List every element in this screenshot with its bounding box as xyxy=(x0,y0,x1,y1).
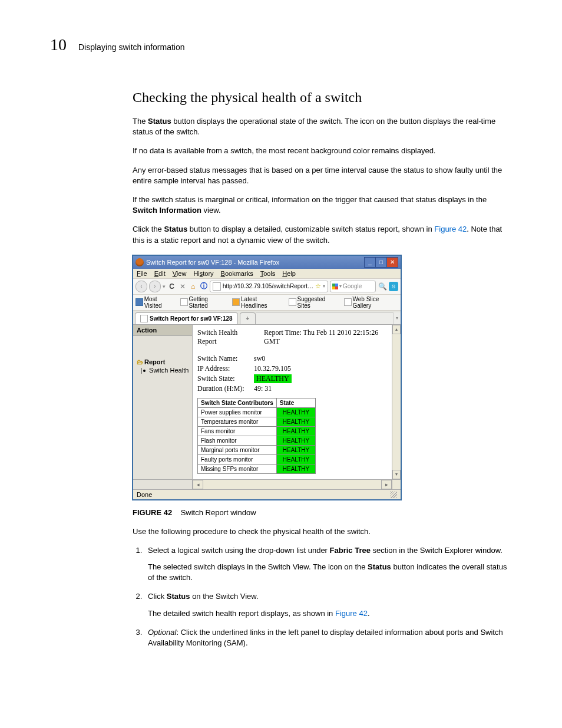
active-tab[interactable]: Switch Report for sw0 VF:128 xyxy=(135,312,238,324)
bookmark-getting-started[interactable]: Getting Started xyxy=(180,296,227,309)
paragraph: Any error-based status messages that is … xyxy=(133,165,512,186)
addon-icon[interactable]: S xyxy=(389,282,398,291)
paragraph: If the switch status is marginal or crit… xyxy=(133,195,512,216)
bookmark-latest-headlines[interactable]: Latest Headlines xyxy=(232,296,284,309)
table-row: Power supplies monitorHEALTHY xyxy=(198,407,316,417)
back-button[interactable]: ‹ xyxy=(135,281,147,292)
table-header-contributors: Switch State Contributors xyxy=(198,398,277,407)
close-button[interactable]: ✕ xyxy=(387,257,398,268)
paragraph: Click the Status button to display a det… xyxy=(133,224,512,245)
info-icon[interactable]: ⓘ xyxy=(199,282,208,291)
sidebar-item-report[interactable]: 🗁Report xyxy=(137,358,190,365)
section-breadcrumb: Displaying switch information xyxy=(78,42,185,52)
figure-link[interactable]: Figure 42 xyxy=(335,609,368,618)
horizontal-scrollbar[interactable]: ◂ ▸ xyxy=(193,479,392,489)
window-title: Switch Report for sw0 VF:128 - Mozilla F… xyxy=(146,259,364,266)
sidebar-item-switch-health[interactable]: Switch Health xyxy=(141,367,190,374)
menu-file[interactable]: File xyxy=(137,270,147,277)
scroll-up-icon[interactable]: ▴ xyxy=(392,325,401,334)
google-icon xyxy=(332,284,338,289)
status-text: Done xyxy=(137,491,152,498)
resize-grip-icon[interactable] xyxy=(390,491,397,498)
table-header-state: State xyxy=(276,398,315,407)
page-number: 10 xyxy=(50,35,67,54)
browser-window: Switch Report for sw0 VF:128 - Mozilla F… xyxy=(133,255,401,500)
bookmark-suggested-sites[interactable]: Suggested Sites xyxy=(289,296,339,309)
procedure-list: Select a logical switch using the drop-d… xyxy=(133,545,512,648)
table-row: Flash monitorHEALTHY xyxy=(198,436,316,445)
report-sidebar: Action 🗁Report Switch Health xyxy=(133,325,193,479)
bookmark-star-icon[interactable]: ☆ xyxy=(315,282,321,290)
figure-42: Switch Report for sw0 VF:128 - Mozilla F… xyxy=(133,255,512,500)
menu-edit[interactable]: Edit xyxy=(154,270,166,277)
table-row: Faulty ports monitorHEALTHY xyxy=(198,454,316,464)
report-title: Switch Health Report xyxy=(197,328,254,346)
report-time: Report Time: Thu Feb 11 2010 22:15:26 GM… xyxy=(264,328,387,346)
switch-name-value: sw0 xyxy=(254,354,265,363)
bookmark-most-visited[interactable]: Most Visited xyxy=(135,296,176,309)
bookmarks-toolbar: Most Visited Getting Started Latest Head… xyxy=(133,295,401,311)
status-bold: Status xyxy=(148,117,171,126)
statusbar: Done xyxy=(133,489,401,499)
bookmark-web-slice[interactable]: Web Slice Gallery xyxy=(344,296,398,309)
maximize-button[interactable]: □ xyxy=(376,257,387,268)
url-dropdown-icon[interactable]: ▾ xyxy=(323,284,325,289)
table-row: Marginal ports monitorHEALTHY xyxy=(198,445,316,454)
figure-caption: FIGURE 42 Switch Report window xyxy=(133,508,512,517)
procedure-step: Click Status on the Switch View. The det… xyxy=(144,591,512,618)
firefox-icon xyxy=(135,258,144,266)
ip-value: 10.32.79.105 xyxy=(254,364,291,373)
search-box[interactable]: ▾ Google xyxy=(330,281,376,292)
section-title: Checking the physical health of a switch xyxy=(133,90,512,106)
scroll-down-icon[interactable]: ▾ xyxy=(392,470,401,479)
paragraph: The Status button displays the operation… xyxy=(133,116,512,137)
contributors-table: Switch State Contributors State Power su… xyxy=(197,398,316,474)
url-bar[interactable]: http://10.32.79.105/switchReport.html?Av… xyxy=(210,281,328,292)
menubar: File Edit View History Bookmarks Tools H… xyxy=(133,269,401,279)
nav-dropdown-icon[interactable]: ▾ xyxy=(163,284,166,289)
menu-view[interactable]: View xyxy=(173,270,187,277)
paragraph: Use the following procedure to check the… xyxy=(133,526,512,537)
forward-button[interactable]: › xyxy=(149,281,161,292)
tab-favicon-icon xyxy=(140,315,148,322)
menu-help[interactable]: Help xyxy=(282,270,296,277)
scroll-left-icon[interactable]: ◂ xyxy=(193,480,203,489)
tab-strip: Switch Report for sw0 VF:128 + ▾ xyxy=(133,311,401,325)
procedure-step: Select a logical switch using the drop-d… xyxy=(144,545,512,584)
table-row: Temperatures monitorHEALTHY xyxy=(198,417,316,426)
procedure-step: Optional: Click the underlined links in … xyxy=(144,627,512,648)
reload-icon[interactable]: C xyxy=(167,282,176,291)
figure-link[interactable]: Figure 42 xyxy=(434,225,467,233)
table-row: Missing SFPs monitorHEALTHY xyxy=(198,464,316,473)
switch-state-value: HEALTHY xyxy=(254,374,292,383)
scroll-right-icon[interactable]: ▸ xyxy=(381,480,392,489)
menu-history[interactable]: History xyxy=(193,270,213,277)
paragraph: If no data is available from a switch, t… xyxy=(133,146,512,156)
folder-icon: 🗁 xyxy=(137,358,143,365)
page-header: 10 Displaying switch information xyxy=(50,35,512,54)
vertical-scrollbar[interactable]: ▴ ▾ xyxy=(392,325,401,479)
table-row: Fans monitorHEALTHY xyxy=(198,426,316,436)
menu-bookmarks[interactable]: Bookmarks xyxy=(221,270,253,277)
toolbar: ‹ › ▾ C ✕ ⌂ ⓘ http://10.32.79.105/switch… xyxy=(133,279,401,295)
sidebar-action-header: Action xyxy=(133,325,192,336)
new-tab-button[interactable]: + xyxy=(240,312,256,324)
tab-list-dropdown-icon[interactable]: ▾ xyxy=(393,312,401,324)
stop-icon[interactable]: ✕ xyxy=(178,282,187,291)
home-icon[interactable]: ⌂ xyxy=(189,282,197,291)
window-titlebar: Switch Report for sw0 VF:128 - Mozilla F… xyxy=(133,256,401,269)
url-text: http://10.32.79.105/switchReport.html?Av xyxy=(223,283,313,289)
page-favicon-icon xyxy=(213,282,221,291)
menu-tools[interactable]: Tools xyxy=(260,270,276,277)
duration-value: 49: 31 xyxy=(254,384,272,393)
report-main: Switch Health Report Report Time: Thu Fe… xyxy=(193,325,392,479)
search-icon[interactable]: 🔍 xyxy=(378,282,387,291)
minimize-button[interactable]: _ xyxy=(364,257,376,268)
